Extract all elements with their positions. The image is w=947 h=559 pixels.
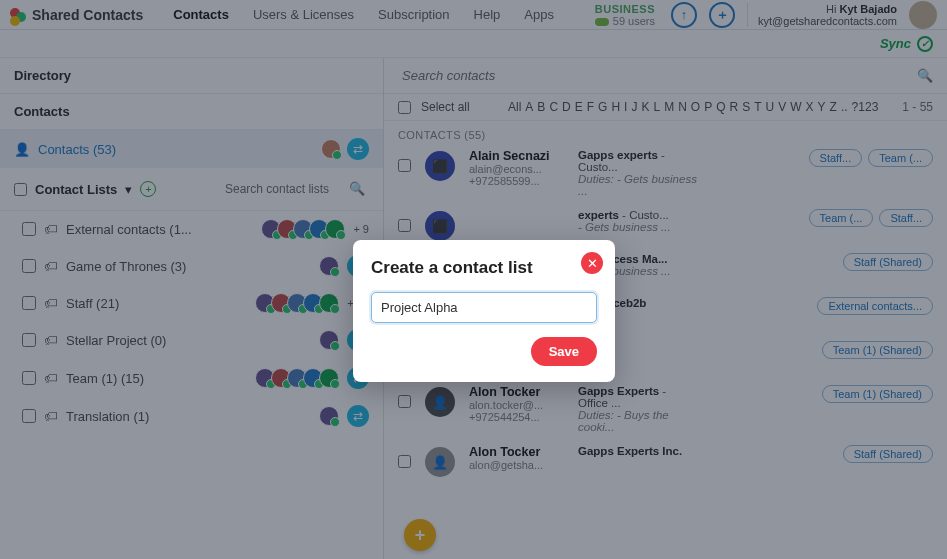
modal-close-button[interactable]: ✕ [581,252,603,274]
list-name-input[interactable] [371,292,597,323]
create-list-modal: ✕ Create a contact list Save [353,240,615,382]
save-button[interactable]: Save [531,337,597,366]
close-icon: ✕ [587,256,598,271]
modal-title: Create a contact list [371,258,597,278]
